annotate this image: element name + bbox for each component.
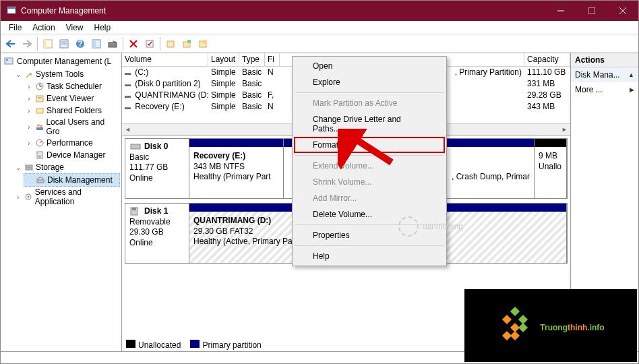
- maximize-button[interactable]: [576, 1, 607, 21]
- part-name: Recovery (E:): [193, 151, 279, 162]
- vol-capacity: 29.28 GB: [524, 90, 570, 100]
- menu-action[interactable]: Action: [27, 22, 60, 34]
- tree-performance[interactable]: ›Performance: [24, 137, 120, 149]
- expander-icon[interactable]: ›: [25, 140, 33, 147]
- partition[interactable]: Recovery (E:) 343 MB NTFS Healthy (Prima…: [189, 139, 284, 198]
- vol-fs: N: [265, 102, 280, 112]
- vol-name: (C:): [135, 67, 148, 77]
- toolbar-icon-3[interactable]: [179, 36, 194, 51]
- toolbar: ?: [1, 34, 638, 53]
- actions-more[interactable]: More ... ▶: [571, 82, 638, 97]
- cm-help[interactable]: Help: [294, 248, 445, 264]
- tree-system-tools[interactable]: ⌄ System Tools: [13, 68, 120, 80]
- clock-icon: [34, 81, 45, 92]
- svg-rect-14: [92, 40, 96, 48]
- cm-properties[interactable]: Properties: [294, 227, 445, 243]
- expander-open-icon[interactable]: ⌄: [14, 164, 22, 171]
- forward-button[interactable]: [20, 36, 34, 51]
- menu-view[interactable]: View: [61, 22, 89, 34]
- tree-services[interactable]: ›Services and Application: [13, 187, 120, 207]
- legend-swatch-unalloc: [126, 340, 135, 348]
- part-size: 343 MB NTFS: [193, 162, 279, 173]
- cm-extend: Extend Volume...: [294, 158, 445, 174]
- disk-size: 29.30 GB: [129, 227, 185, 238]
- svg-rect-29: [36, 96, 43, 102]
- scroll-left-icon[interactable]: ◄: [122, 124, 133, 135]
- tree-label: Services and Application: [35, 187, 119, 206]
- svg-rect-34: [36, 127, 43, 130]
- properties-icon[interactable]: [57, 36, 71, 51]
- legend: Unallocated Primary partition: [126, 340, 262, 350]
- vol-capacity: 111.10 GB: [524, 67, 570, 78]
- partition-unalloc[interactable]: 9 MB Unallo: [535, 139, 567, 198]
- expander-icon[interactable]: ›: [25, 83, 33, 90]
- tree-local-users[interactable]: ›Local Users and Gro: [24, 117, 120, 137]
- help-icon[interactable]: ?: [73, 36, 88, 51]
- tree-device-manager[interactable]: Device Manager: [24, 149, 120, 161]
- logo-text: Truongthinh.info: [540, 317, 604, 334]
- folder-share-icon: [34, 105, 45, 116]
- menu-file[interactable]: File: [3, 22, 27, 34]
- tree-root[interactable]: Computer Management (L: [2, 55, 120, 68]
- expander-open-icon[interactable]: ⌄: [14, 71, 22, 78]
- svg-rect-47: [132, 208, 136, 210]
- titlebar: Computer Management: [1, 1, 638, 21]
- tree-event-viewer[interactable]: ›Event Viewer: [24, 92, 120, 104]
- vol-type: Basic: [239, 79, 265, 89]
- tree-disk-management[interactable]: Disk Management: [24, 173, 120, 187]
- cm-format[interactable]: Format...: [294, 137, 445, 153]
- expander-icon[interactable]: ›: [25, 95, 33, 102]
- expander-icon[interactable]: ›: [14, 193, 22, 201]
- legend-primary: Primary partition: [202, 340, 261, 350]
- cm-open[interactable]: Open: [294, 58, 445, 74]
- cm-add-mirror: Add Mirror...: [294, 190, 445, 206]
- scroll-right-icon[interactable]: ►: [559, 124, 570, 135]
- cm-change-letter[interactable]: Change Drive Letter and Paths...: [294, 111, 445, 137]
- tree-shared-folders[interactable]: ›Shared Folders: [24, 104, 120, 117]
- check-icon[interactable]: [142, 36, 157, 51]
- col-layout[interactable]: Layout: [208, 53, 239, 66]
- svg-rect-45: [131, 144, 140, 149]
- col-fs[interactable]: Fi: [265, 53, 280, 66]
- menu-help[interactable]: Help: [89, 22, 117, 34]
- col-capacity[interactable]: Capacity: [524, 53, 570, 66]
- cm-delete[interactable]: Delete Volume...: [294, 206, 445, 222]
- back-button[interactable]: [3, 36, 18, 51]
- refresh-icon[interactable]: [105, 36, 120, 51]
- event-icon: [34, 93, 45, 104]
- logo-dots-icon: [497, 307, 535, 344]
- legend-unalloc: Unallocated: [138, 340, 181, 350]
- close-button[interactable]: [607, 1, 638, 21]
- collapse-icon: ▲: [628, 71, 634, 78]
- window-title: Computer Management: [21, 6, 545, 16]
- actions-disk-mgmt[interactable]: Disk Mana... ▲: [571, 67, 638, 82]
- tree-task-scheduler[interactable]: ›Task Scheduler: [24, 80, 120, 92]
- tree-label: Local Users and Gro: [46, 117, 119, 136]
- cm-separator: [295, 155, 444, 156]
- toolbar-icon-2[interactable]: [163, 36, 178, 51]
- tree-label: Task Scheduler: [47, 82, 102, 91]
- disk-label[interactable]: Disk 1 Removable 29.30 GB Online: [125, 204, 189, 263]
- tree-storage[interactable]: ⌄ Storage: [13, 161, 120, 173]
- vol-capacity: 331 MB: [524, 79, 570, 89]
- disk-type: Basic: [129, 152, 185, 163]
- vol-capacity: 343 MB: [524, 102, 570, 112]
- svg-text:?: ?: [78, 39, 82, 49]
- vol-type: Basic: [239, 102, 265, 112]
- cm-explore[interactable]: Explore: [294, 74, 445, 90]
- svg-rect-7: [44, 40, 47, 48]
- col-volume[interactable]: Volume: [122, 53, 208, 66]
- expander-icon[interactable]: ›: [25, 123, 33, 131]
- minimize-button[interactable]: [545, 1, 576, 21]
- toolbar-icon-4[interactable]: [195, 36, 210, 51]
- toolbar-icon-1[interactable]: [89, 36, 104, 51]
- users-icon: [34, 121, 45, 132]
- expander-icon[interactable]: ›: [25, 107, 33, 115]
- show-hide-tree-icon[interactable]: [40, 36, 55, 51]
- vol-fs: F,: [265, 90, 280, 100]
- col-type[interactable]: Type: [239, 53, 265, 66]
- tree-label: Device Manager: [47, 150, 105, 160]
- delete-icon[interactable]: [126, 36, 141, 51]
- disk-label[interactable]: Disk 0 Basic 111.77 GB Online: [125, 139, 189, 198]
- vol-layout: Simple: [208, 67, 239, 78]
